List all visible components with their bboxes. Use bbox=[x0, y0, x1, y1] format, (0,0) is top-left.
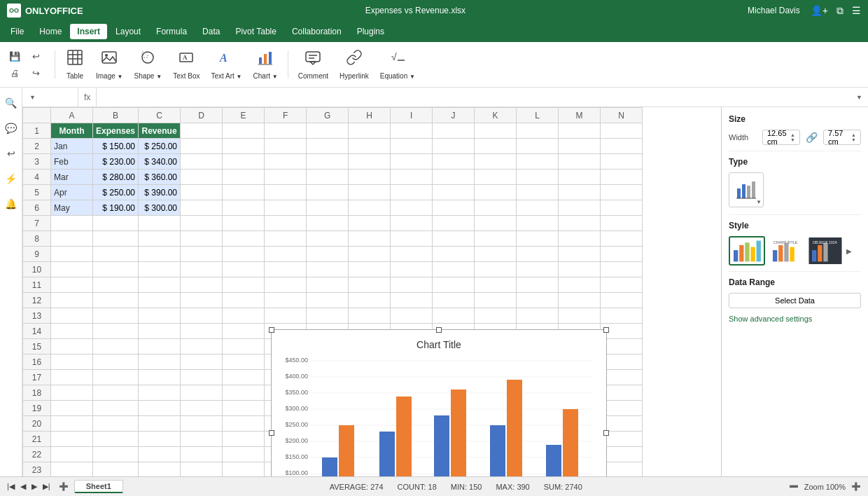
cell-r9-c13[interactable] bbox=[601, 247, 643, 262]
cell-r10-c9[interactable] bbox=[433, 262, 475, 277]
cell-r8-c1[interactable] bbox=[93, 231, 139, 247]
cell-r4-c7[interactable] bbox=[349, 170, 391, 185]
cell-r13-c5[interactable] bbox=[265, 308, 307, 324]
handle-middle-left[interactable] bbox=[269, 430, 274, 436]
cell-r6-c1[interactable]: $ 190.00 bbox=[93, 200, 139, 216]
height-input[interactable]: 7.57 cm ▲ ▼ bbox=[823, 130, 861, 145]
menu-insert[interactable]: Insert bbox=[70, 24, 107, 39]
cell-r13-c6[interactable] bbox=[307, 308, 349, 324]
row-header-12[interactable]: 12 bbox=[23, 293, 51, 308]
cell-r14-c0[interactable] bbox=[51, 324, 93, 339]
cell-r23-c1[interactable] bbox=[93, 462, 139, 477]
cell-r8-c12[interactable] bbox=[559, 231, 601, 247]
cell-r13-c8[interactable] bbox=[391, 308, 433, 324]
row-header-4[interactable]: 4 bbox=[23, 170, 51, 185]
cell-r11-c7[interactable] bbox=[349, 277, 391, 293]
cell-r9-c11[interactable] bbox=[517, 247, 559, 262]
cell-r4-c0[interactable]: Mar bbox=[51, 170, 93, 185]
cell-r8-c7[interactable] bbox=[349, 231, 391, 247]
cell-r21-c1[interactable] bbox=[93, 432, 139, 447]
cell-r9-c4[interactable] bbox=[223, 247, 265, 262]
cell-r8-c8[interactable] bbox=[391, 231, 433, 247]
comments-sidebar-icon[interactable]: 💬 bbox=[1, 118, 21, 138]
col-header-C[interactable]: C bbox=[139, 108, 181, 123]
style-option-2[interactable]: CHART TITLE bbox=[768, 236, 804, 266]
cell-r7-c8[interactable] bbox=[391, 216, 433, 231]
menu-file[interactable]: File bbox=[4, 24, 31, 39]
cell-r12-c10[interactable] bbox=[475, 293, 517, 308]
cell-r5-c5[interactable] bbox=[265, 185, 307, 200]
cell-r23-c3[interactable] bbox=[181, 462, 223, 477]
row-header-20[interactable]: 20 bbox=[23, 416, 51, 432]
cell-r1-c9[interactable] bbox=[433, 123, 475, 139]
style-option-3[interactable]: OBJECT 1024 bbox=[807, 236, 844, 266]
cell-r7-c2[interactable] bbox=[139, 216, 181, 231]
cell-r3-c0[interactable]: Feb bbox=[51, 154, 93, 170]
cell-r17-c4[interactable] bbox=[223, 370, 265, 385]
cell-r10-c0[interactable] bbox=[51, 262, 93, 277]
cell-r3-c13[interactable] bbox=[601, 154, 643, 170]
handle-top-middle[interactable] bbox=[436, 327, 442, 333]
cell-r10-c2[interactable] bbox=[139, 262, 181, 277]
cell-r12-c1[interactable] bbox=[93, 293, 139, 308]
cell-r23-c2[interactable] bbox=[139, 462, 181, 477]
cell-r9-c3[interactable] bbox=[181, 247, 223, 262]
formula-end-dropdown[interactable]: ▼ bbox=[850, 94, 868, 101]
cell-r4-c4[interactable] bbox=[223, 170, 265, 185]
row-header-18[interactable]: 18 bbox=[23, 385, 51, 401]
row-header-6[interactable]: 6 bbox=[23, 200, 51, 216]
col-header-K[interactable]: K bbox=[475, 108, 517, 123]
cell-r7-c6[interactable] bbox=[307, 216, 349, 231]
row-header-14[interactable]: 14 bbox=[23, 324, 51, 339]
cell-r8-c3[interactable] bbox=[181, 231, 223, 247]
type-dropdown-arrow[interactable]: ▼ bbox=[756, 199, 762, 205]
cell-r5-c10[interactable] bbox=[475, 185, 517, 200]
cell-r1-c2[interactable]: Revenue bbox=[139, 123, 181, 139]
cell-r19-c0[interactable] bbox=[51, 401, 93, 416]
cell-r4-c11[interactable] bbox=[517, 170, 559, 185]
cell-r7-c13[interactable] bbox=[601, 216, 643, 231]
row-header-5[interactable]: 5 bbox=[23, 185, 51, 200]
cell-r8-c0[interactable] bbox=[51, 231, 93, 247]
track-changes-icon[interactable]: ↩ bbox=[1, 144, 21, 163]
cell-r1-c13[interactable] bbox=[601, 123, 643, 139]
cell-r9-c6[interactable] bbox=[307, 247, 349, 262]
cell-r9-c8[interactable] bbox=[391, 247, 433, 262]
cell-r10-c1[interactable] bbox=[93, 262, 139, 277]
col-header-D[interactable]: D bbox=[181, 108, 223, 123]
print-icon[interactable]: 🖨 bbox=[7, 65, 22, 81]
cell-r14-c1[interactable] bbox=[93, 324, 139, 339]
cell-r4-c8[interactable] bbox=[391, 170, 433, 185]
cell-r6-c13[interactable] bbox=[601, 200, 643, 216]
cell-r18-c3[interactable] bbox=[181, 385, 223, 401]
cell-r12-c12[interactable] bbox=[559, 293, 601, 308]
cell-r10-c4[interactable] bbox=[223, 262, 265, 277]
cell-r13-c1[interactable] bbox=[93, 308, 139, 324]
cell-r2-c3[interactable] bbox=[181, 139, 223, 154]
cell-r3-c1[interactable]: $ 230.00 bbox=[93, 154, 139, 170]
menu-data[interactable]: Data bbox=[195, 24, 227, 39]
cell-r15-c4[interactable] bbox=[223, 339, 265, 354]
cell-r10-c8[interactable] bbox=[391, 262, 433, 277]
cell-r18-c2[interactable] bbox=[139, 385, 181, 401]
cell-r1-c0[interactable]: Month bbox=[51, 123, 93, 139]
cell-r2-c5[interactable] bbox=[265, 139, 307, 154]
cell-r3-c8[interactable] bbox=[391, 154, 433, 170]
cell-r11-c1[interactable] bbox=[93, 277, 139, 293]
cell-r1-c3[interactable] bbox=[181, 123, 223, 139]
window-controls[interactable]: 👤+ ⧉ ☰ bbox=[811, 5, 861, 17]
show-advanced-settings-link[interactable]: Show advanced settings bbox=[729, 315, 812, 323]
cell-r4-c9[interactable] bbox=[433, 170, 475, 185]
cell-r9-c7[interactable] bbox=[349, 247, 391, 262]
cell-r12-c11[interactable] bbox=[517, 293, 559, 308]
row-header-22[interactable]: 22 bbox=[23, 447, 51, 462]
equation-button[interactable]: √ Equation ▼ bbox=[376, 45, 419, 84]
cell-r2-c11[interactable] bbox=[517, 139, 559, 154]
redo-icon[interactable]: ↪ bbox=[28, 65, 43, 81]
style-scroll-arrow[interactable]: ▶ bbox=[846, 236, 852, 266]
menu-plugins[interactable]: Plugins bbox=[350, 24, 391, 39]
chart-type-selector[interactable]: ▼ bbox=[729, 172, 764, 207]
cell-r5-c6[interactable] bbox=[307, 185, 349, 200]
cell-r10-c3[interactable] bbox=[181, 262, 223, 277]
cell-r18-c0[interactable] bbox=[51, 385, 93, 401]
